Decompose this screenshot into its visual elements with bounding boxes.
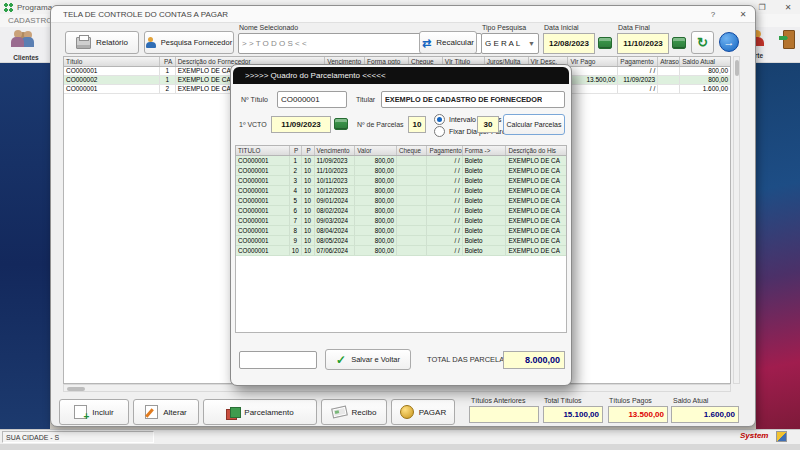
cell-vlr-pago (569, 85, 619, 93)
cell-descricao: EXEMPLO DE CA (506, 186, 566, 195)
cell-valor: 800,00 (355, 186, 397, 195)
parcela-row[interactable]: CO000001 9 10 08/05/2024 800,00 / / Bole… (236, 236, 566, 246)
radio-unselected-icon (434, 126, 445, 137)
parcela-row[interactable]: CO000001 1 10 11/09/2023 800,00 / / Bole… (236, 156, 566, 166)
cell-p1: 2 (290, 166, 302, 175)
col-forma[interactable]: Forma -> (463, 146, 507, 155)
cell-p1: 3 (290, 176, 302, 185)
cell-forma: Boleto (463, 246, 507, 255)
parcela-row[interactable]: CO000001 5 10 09/01/2024 800,00 / / Bole… (236, 196, 566, 206)
modal-titlebar[interactable]: >>>>> Quadro do Parcelamento <<<<< (233, 67, 569, 84)
toolbar-exit-button[interactable] (776, 30, 798, 52)
parcela-row[interactable]: CO000001 4 10 10/12/2023 800,00 / / Bole… (236, 186, 566, 196)
cell-titulo: CO000001 (236, 246, 290, 255)
cell-p2: 10 (302, 206, 315, 215)
col-saldo-atual[interactable]: Saldo Atual (680, 57, 730, 66)
cell-pagamento: / / (427, 196, 463, 205)
background-close-button[interactable]: ✕ (778, 1, 798, 14)
parcela-row[interactable]: CO000001 8 10 08/04/2024 800,00 / / Bole… (236, 226, 566, 236)
salvar-voltar-label: Salvar e Voltar (351, 355, 400, 364)
parcela-row[interactable]: CO000001 7 10 09/03/2024 800,00 / / Bole… (236, 216, 566, 226)
go-button[interactable]: → (719, 32, 739, 52)
relatorio-label: Relatório (96, 38, 128, 47)
total-titulos-value: 15.100,00 (563, 410, 599, 419)
salvar-voltar-button[interactable]: ✓ Salvar e Voltar (325, 349, 411, 370)
col-vencimento[interactable]: Vencimento (315, 146, 356, 155)
cell-titulo: CO000001 (236, 226, 290, 235)
help-icon: ? (711, 10, 715, 19)
close-icon: ✕ (740, 10, 747, 19)
window-help-button[interactable]: ? (703, 8, 723, 21)
cell-descricao: EXEMPLO DE CA (506, 226, 566, 235)
quadro-parcelamento-dialog: >>>>> Quadro do Parcelamento <<<<< Nº Tí… (230, 64, 572, 386)
parcela-row[interactable]: CO000001 2 10 11/10/2023 800,00 / / Bole… (236, 166, 566, 176)
parcelamento-button[interactable]: Parcelamento (203, 399, 317, 425)
calcular-parcelas-button[interactable]: Calcular Parcelas (503, 114, 565, 135)
col-pagamento[interactable]: Pagamento (427, 146, 463, 155)
cell-forma: Boleto (463, 216, 507, 225)
refresh-button[interactable]: ↻ (691, 31, 714, 54)
col-valor[interactable]: Valor (355, 146, 397, 155)
desktop-wallpaper-right (756, 63, 800, 429)
person-search-icon (146, 37, 156, 48)
parcelamento-label: Parcelamento (244, 408, 293, 417)
col-titulo[interactable]: Título (64, 57, 160, 66)
col-titulo[interactable]: TITULO (236, 146, 290, 155)
cell-valor: 800,00 (355, 206, 397, 215)
tipo-pesquisa-select[interactable]: G E R A L ▼ (481, 33, 539, 54)
cell-titulo: CO000001 (64, 67, 160, 75)
col-pagamento[interactable]: Pagamento (618, 57, 658, 66)
cell-forma: Boleto (463, 196, 507, 205)
pesquisa-fornecedor-button[interactable]: Pesquisa Fornecedor (144, 31, 234, 54)
vcto-value: 11/09/2023 (281, 120, 321, 129)
titulos-anteriores-field (469, 406, 539, 423)
cell-pa: 1 (160, 67, 176, 75)
scrollbar-thumb[interactable] (67, 387, 85, 391)
cell-valor: 800,00 (355, 196, 397, 205)
modal-extra-field[interactable] (239, 351, 317, 369)
calendar-icon[interactable] (334, 118, 348, 130)
recibo-button[interactable]: Recibo (321, 399, 387, 425)
col-descricao-historico[interactable]: Descrição do His (506, 146, 566, 155)
cell-cheque (397, 196, 427, 205)
intervalo-dias-field[interactable]: 30 (477, 116, 499, 133)
window-close-button[interactable]: ✕ (733, 8, 753, 21)
data-inicial-field[interactable]: 12/08/2023 (543, 33, 595, 54)
incluir-button[interactable]: Incluir (59, 399, 129, 425)
cell-forma: Boleto (463, 236, 507, 245)
scrollbar-thumb[interactable] (735, 60, 739, 76)
vertical-scrollbar[interactable] (733, 56, 740, 384)
parcelas-value: 10 (413, 120, 422, 129)
cell-forma: Boleto (463, 206, 507, 215)
parcela-row[interactable]: CO000001 10 10 07/06/2024 800,00 / / Bol… (236, 246, 566, 256)
cell-cheque (397, 156, 427, 165)
col-pa[interactable]: PA (160, 57, 176, 66)
relatorio-button[interactable]: Relatório (65, 31, 139, 54)
pagar-button[interactable]: PAGAR (391, 399, 455, 425)
vcto-field[interactable]: 11/09/2023 (271, 116, 331, 133)
col-vlr-pago[interactable]: Vlr Pago (568, 57, 618, 66)
cell-descricao: EXEMPLO DE CA (506, 216, 566, 225)
cell-pagamento: 11/09/2023 (618, 76, 658, 84)
recalcular-button[interactable]: ⇄ Recalcular (419, 31, 477, 54)
cell-forma: Boleto (463, 186, 507, 195)
calendar-icon[interactable] (598, 37, 612, 49)
data-final-field[interactable]: 11/10/2023 (617, 33, 669, 54)
parcela-row[interactable]: CO000001 3 10 10/11/2023 800,00 / / Bole… (236, 176, 566, 186)
titulos-pagos-field: 13.500,00 (608, 406, 668, 423)
col-p1[interactable]: P (290, 146, 302, 155)
total-parcelas-value: 8.000,00 (525, 355, 560, 365)
cell-p2: 10 (302, 156, 315, 165)
background-statusbar: SUA CIDADE - S System (0, 429, 800, 444)
total-parcelas-field: 8.000,00 (503, 351, 565, 369)
col-p2[interactable]: P (302, 146, 315, 155)
calendar-icon[interactable] (672, 37, 686, 49)
parcelas-field[interactable]: 10 (408, 116, 426, 133)
col-cheque[interactable]: Cheque (397, 146, 427, 155)
alterar-button[interactable]: Alterar (133, 399, 199, 425)
parcela-row[interactable]: CO000001 6 10 08/02/2024 800,00 / / Bole… (236, 206, 566, 216)
cards-icon (226, 407, 239, 418)
col-atraso[interactable]: Atraso (658, 57, 680, 66)
toolbar-clientes-button[interactable]: Clientes (7, 30, 45, 61)
cell-p2: 10 (302, 246, 315, 255)
